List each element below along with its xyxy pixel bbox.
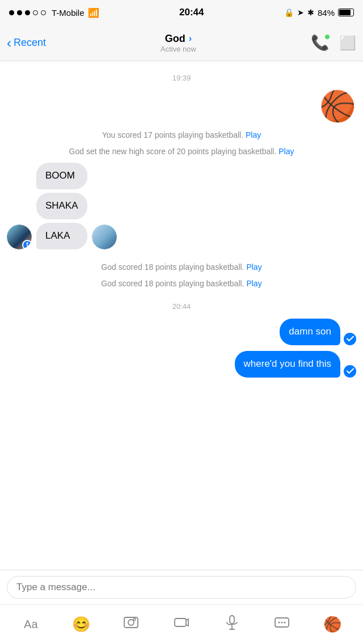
nav-bar: ‹ Recent God › Active now 📞 ⬜ bbox=[0, 25, 363, 61]
svg-rect-2 bbox=[133, 618, 136, 620]
location-icon: ➤ bbox=[297, 8, 304, 17]
play-link-3[interactable]: Play bbox=[246, 262, 261, 272]
dot1 bbox=[9, 10, 14, 15]
back-label: Recent bbox=[14, 37, 46, 49]
contact-name: God bbox=[165, 33, 185, 45]
dot2 bbox=[17, 10, 22, 15]
fb-badge: f bbox=[22, 240, 32, 249]
battery-bar bbox=[338, 9, 354, 16]
dot4 bbox=[33, 10, 38, 15]
bottom-toolbar: Aa 😊 bbox=[0, 604, 363, 644]
status-bar: T-Mobile 📶 20:44 🔒 ➤ ✱ 84% bbox=[0, 0, 363, 25]
bubble-laka: LAKA bbox=[36, 223, 87, 249]
dot3 bbox=[25, 10, 30, 15]
bubble-boom: BOOM bbox=[36, 163, 87, 189]
fb-icon: f bbox=[26, 242, 28, 248]
message-input[interactable] bbox=[7, 576, 356, 599]
delivered-check-1 bbox=[344, 333, 356, 345]
signal-dots bbox=[9, 10, 46, 15]
outgoing-message-2-row: where'd you find this bbox=[0, 350, 363, 379]
carrier-label: T-Mobile bbox=[52, 8, 85, 18]
status-left: T-Mobile 📶 bbox=[9, 7, 99, 18]
bluetooth-icon: ✱ bbox=[307, 8, 314, 17]
timestamp-2: 20:44 bbox=[0, 302, 363, 311]
right-avatar-image bbox=[92, 224, 117, 249]
svg-point-9 bbox=[281, 622, 283, 624]
phone-button[interactable]: 📞 bbox=[311, 34, 329, 52]
back-button[interactable]: ‹ Recent bbox=[7, 35, 46, 51]
dot5 bbox=[41, 10, 46, 15]
incoming-bubble-stack: BOOM SHAKA LAKA bbox=[36, 163, 87, 249]
chat-area: 19:39 🏀 You scored 17 points playing bas… bbox=[0, 61, 363, 570]
emoji-icon: 😊 bbox=[72, 616, 90, 633]
svg-point-10 bbox=[284, 622, 286, 624]
system-message-1: You scored 17 points playing basketball.… bbox=[0, 127, 363, 143]
svg-rect-4 bbox=[230, 616, 234, 624]
contact-name-row: God › bbox=[161, 33, 196, 45]
mic-button[interactable] bbox=[218, 611, 246, 639]
outgoing-message-1-row: damn son bbox=[0, 317, 363, 346]
video-button[interactable]: ⬜ bbox=[339, 35, 356, 51]
play-link-4[interactable]: Play bbox=[246, 279, 261, 288]
battery-percent: 84% bbox=[318, 8, 335, 18]
system-message-3: God scored 18 points playing basketball.… bbox=[0, 259, 363, 276]
battery-fill bbox=[339, 10, 351, 15]
nav-actions: 📞 ⬜ bbox=[311, 34, 356, 52]
timestamp-1: 19:39 bbox=[0, 74, 363, 82]
photo-button[interactable] bbox=[117, 611, 145, 639]
font-size-button[interactable]: Aa bbox=[16, 611, 45, 639]
more-button[interactable] bbox=[268, 611, 296, 639]
lock-icon: 🔒 bbox=[284, 8, 294, 17]
nav-chevron-icon: › bbox=[189, 33, 192, 44]
time-display: 20:44 bbox=[179, 7, 204, 18]
basketball-icon: 🏀 bbox=[323, 616, 341, 633]
system-message-2: God set the new high score of 20 points … bbox=[0, 143, 363, 160]
basketball-emoji-message: 🏀 bbox=[0, 89, 363, 124]
message-input-row bbox=[7, 576, 356, 599]
active-indicator bbox=[324, 34, 330, 40]
nav-center[interactable]: God › Active now bbox=[161, 33, 196, 53]
svg-point-8 bbox=[278, 622, 280, 624]
right-avatar bbox=[92, 224, 117, 249]
camera-button[interactable] bbox=[167, 611, 196, 639]
contact-status: Active now bbox=[161, 45, 196, 53]
sender-avatar: f bbox=[7, 224, 32, 249]
bubble-shaka: SHAKA bbox=[36, 193, 87, 219]
mic-icon bbox=[225, 615, 239, 634]
delivered-check-2 bbox=[344, 365, 356, 378]
back-chevron-icon: ‹ bbox=[7, 35, 11, 51]
more-icon bbox=[274, 615, 290, 634]
camera-icon bbox=[174, 615, 189, 634]
svg-point-1 bbox=[128, 620, 134, 625]
system-message-4: God scored 18 points playing basketball.… bbox=[0, 276, 363, 292]
wifi-icon: 📶 bbox=[88, 7, 99, 18]
emoji-button[interactable]: 😊 bbox=[67, 611, 95, 639]
play-link-2[interactable]: Play bbox=[278, 147, 294, 156]
video-icon: ⬜ bbox=[339, 35, 356, 50]
outgoing-bubble-1: damn son bbox=[280, 319, 340, 345]
svg-rect-3 bbox=[175, 618, 186, 626]
basketball-button[interactable]: 🏀 bbox=[318, 611, 347, 639]
input-area bbox=[0, 570, 363, 604]
status-right: 🔒 ➤ ✱ 84% bbox=[284, 8, 354, 18]
play-link-1[interactable]: Play bbox=[246, 130, 261, 139]
photo-icon bbox=[123, 615, 139, 634]
incoming-message-group: f BOOM SHAKA LAKA bbox=[0, 161, 363, 251]
outgoing-bubble-2: where'd you find this bbox=[235, 351, 340, 378]
